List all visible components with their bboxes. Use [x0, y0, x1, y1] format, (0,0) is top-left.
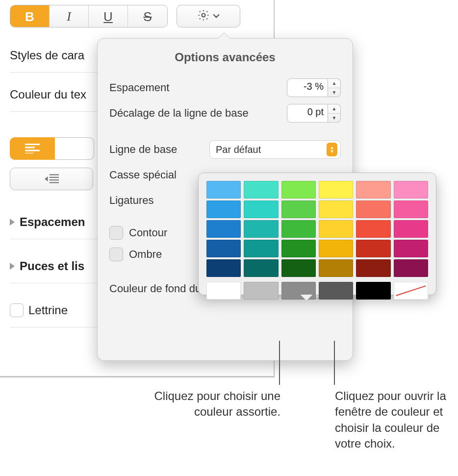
svg-rect-4	[25, 153, 34, 153]
indent-decrease-button[interactable]	[10, 168, 93, 190]
chevron-right-icon	[10, 219, 15, 225]
color-swatch[interactable]	[206, 240, 241, 257]
no-color-swatch[interactable]	[394, 282, 428, 300]
svg-point-0	[202, 14, 205, 17]
color-swatch[interactable]	[281, 259, 316, 277]
color-swatch[interactable]	[394, 220, 428, 238]
color-swatch[interactable]	[206, 259, 241, 277]
color-swatch[interactable]	[356, 240, 390, 257]
baseline-offset-label: Décalage de la ligne de base	[109, 107, 249, 120]
tracking-stepper[interactable]: -3 % ▲▼	[287, 78, 341, 97]
color-swatch[interactable]	[356, 220, 390, 238]
strikethrough-button[interactable]: S	[128, 5, 167, 27]
gear-icon	[197, 9, 210, 24]
tracking-label: Espacement	[109, 81, 169, 94]
color-swatch[interactable]	[206, 200, 241, 218]
color-swatch[interactable]	[281, 200, 316, 218]
tracking-value[interactable]: -3 %	[287, 78, 328, 97]
baseline-offset-value[interactable]: 0 pt	[287, 104, 328, 123]
color-swatch[interactable]	[319, 259, 353, 277]
popover-title: Options avancées	[109, 50, 341, 64]
advanced-options-button[interactable]	[177, 5, 240, 27]
svg-rect-6	[50, 177, 59, 178]
underline-button[interactable]: U	[89, 5, 128, 27]
color-swatch[interactable]	[356, 259, 390, 277]
color-swatch[interactable]	[319, 200, 353, 218]
color-swatch[interactable]	[394, 259, 428, 277]
color-swatch[interactable]	[281, 220, 316, 238]
color-swatch[interactable]	[319, 181, 353, 199]
callout-left: Cliquez pour choisir une couleur assorti…	[152, 388, 280, 420]
callout-leader	[279, 341, 280, 385]
text-style-toolbar: B I U S	[10, 5, 240, 27]
color-palette-popover	[198, 173, 436, 295]
color-swatch[interactable]	[206, 220, 241, 238]
stepper-buttons[interactable]: ▲▼	[328, 78, 341, 97]
callout-right: Cliquez pour ouvrir la fenêtre de couleu…	[335, 388, 448, 452]
text-color-label: Couleur du tex	[10, 88, 86, 101]
outline-label: Contour	[129, 226, 167, 239]
tracking-row: Espacement -3 % ▲▼	[109, 75, 341, 100]
baseline-dropdown[interactable]: Par défaut ▲▼	[209, 140, 341, 159]
bold-button[interactable]: B	[10, 5, 50, 27]
baseline-offset-row: Décalage de la ligne de base 0 pt ▲▼	[109, 100, 341, 126]
color-swatch[interactable]	[356, 181, 390, 199]
align-left-button[interactable]	[10, 137, 55, 160]
color-swatch[interactable]	[244, 220, 278, 238]
baseline-label: Ligne de base	[109, 143, 177, 156]
svg-rect-5	[50, 174, 59, 175]
style-segment: B I U S	[10, 5, 168, 27]
color-swatch[interactable]	[244, 181, 278, 199]
baseline-value: Par défaut	[216, 144, 261, 155]
color-swatch[interactable]	[281, 240, 316, 257]
baseline-row: Ligne de base Par défaut ▲▼	[109, 137, 341, 162]
case-label: Casse spécial	[109, 169, 177, 181]
stepper-buttons[interactable]: ▲▼	[328, 104, 341, 123]
color-swatch[interactable]	[244, 259, 278, 277]
color-swatch[interactable]	[206, 282, 241, 300]
color-swatch[interactable]	[206, 181, 241, 199]
color-swatch[interactable]	[244, 200, 278, 218]
svg-rect-2	[25, 147, 35, 148]
color-swatch[interactable]	[319, 220, 353, 238]
svg-rect-8	[50, 182, 59, 183]
color-swatch[interactable]	[394, 181, 428, 199]
grayscale-swatch-row	[206, 282, 428, 300]
italic-button[interactable]: I	[50, 5, 89, 27]
align-other-button[interactable]	[55, 137, 94, 160]
svg-rect-7	[50, 179, 59, 180]
baseline-offset-stepper[interactable]: 0 pt ▲▼	[287, 104, 341, 123]
ligatures-label: Ligatures	[109, 194, 154, 207]
color-swatch[interactable]	[244, 282, 278, 300]
outline-checkbox[interactable]	[109, 226, 123, 240]
callout-leader	[334, 341, 335, 385]
chevron-right-icon	[10, 263, 15, 270]
chevron-down-icon	[213, 12, 220, 21]
updown-caret-icon: ▲▼	[327, 143, 337, 156]
character-styles-label: Styles de cara	[10, 49, 84, 62]
color-swatch[interactable]	[281, 282, 316, 300]
shadow-label: Ombre	[129, 248, 162, 261]
dropcap-label: Lettrine	[28, 303, 68, 317]
spacing-section-label: Espacemen	[20, 215, 85, 229]
color-swatch[interactable]	[244, 240, 278, 257]
shadow-checkbox[interactable]	[109, 248, 123, 261]
color-swatch-grid	[206, 181, 428, 277]
color-swatch[interactable]	[319, 240, 353, 257]
color-swatch[interactable]	[281, 181, 316, 199]
color-swatch[interactable]	[394, 240, 428, 257]
bullets-section-label: Puces et lis	[20, 259, 84, 273]
color-swatch[interactable]	[356, 282, 390, 300]
color-swatch[interactable]	[356, 200, 390, 218]
dropcap-checkbox[interactable]	[10, 303, 24, 317]
color-swatch[interactable]	[394, 200, 428, 218]
color-swatch[interactable]	[319, 282, 353, 300]
svg-rect-3	[25, 150, 40, 151]
svg-rect-1	[25, 144, 40, 145]
